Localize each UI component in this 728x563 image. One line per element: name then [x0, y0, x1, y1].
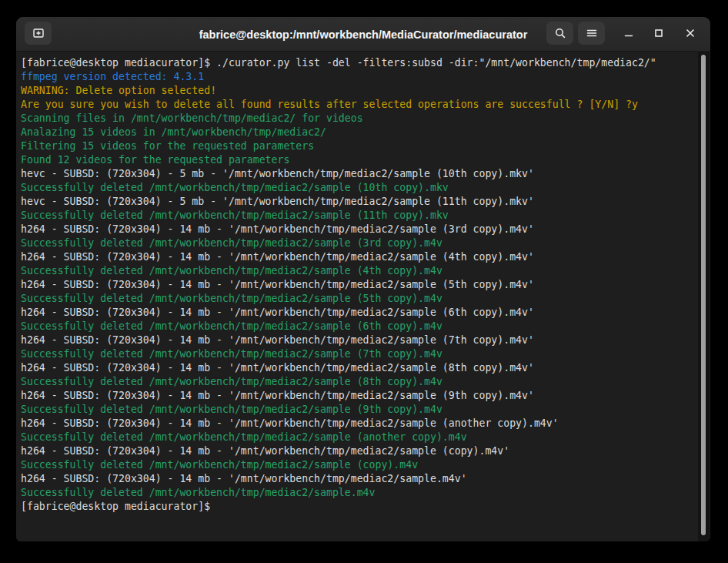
terminal-line: Successfully deleted /mnt/workbench/tmp/… [21, 181, 710, 195]
window-title: fabrice@desktop:/mnt/workbench/MediaCura… [109, 17, 618, 52]
maximize-icon [653, 27, 665, 39]
terminal-line: h264 - SUBSD: (720x304) - 14 mb - '/mnt/… [21, 250, 710, 264]
terminal-line: Successfully deleted /mnt/workbench/tmp/… [21, 236, 710, 250]
terminal-line: Successfully deleted /mnt/workbench/tmp/… [21, 375, 710, 389]
terminal-line: Successfully deleted /mnt/workbench/tmp/… [21, 209, 710, 223]
menu-button[interactable] [578, 22, 605, 45]
terminal-line: h264 - SUBSD: (720x304) - 14 mb - '/mnt/… [21, 472, 710, 486]
terminal-output[interactable]: [fabrice@desktop mediacurator]$ ./curato… [16, 52, 710, 541]
terminal-line: [fabrice@desktop mediacurator]$ ./curato… [21, 56, 710, 70]
terminal-line: Successfully deleted /mnt/workbench/tmp/… [21, 347, 710, 361]
terminal-line: WARNING: Delete option selected! [21, 84, 710, 98]
minimize-button[interactable] [619, 23, 639, 43]
terminal-line: [fabrice@desktop mediacurator]$ [21, 500, 710, 514]
terminal-line: Successfully deleted /mnt/workbench/tmp/… [21, 320, 710, 333]
terminal-line: h264 - SUBSD: (720x304) - 14 mb - '/mnt/… [21, 223, 710, 236]
terminal-line: h264 - SUBSD: (720x304) - 14 mb - '/mnt/… [21, 306, 710, 320]
terminal-line: h264 - SUBSD: (720x304) - 14 mb - '/mnt/… [21, 444, 710, 458]
hamburger-menu-icon [586, 27, 598, 39]
terminal-line: Scanning files in /mnt/workbench/tmp/med… [21, 112, 710, 126]
terminal-line: Successfully deleted /mnt/workbench/tmp/… [21, 458, 710, 472]
terminal-line: hevc - SUBSD: (720x304) - 5 mb - '/mnt/w… [21, 195, 710, 209]
terminal-line: hevc - SUBSD: (720x304) - 5 mb - '/mnt/w… [21, 167, 710, 181]
search-icon [554, 27, 566, 39]
terminal-line: h264 - SUBSD: (720x304) - 14 mb - '/mnt/… [21, 361, 710, 375]
new-tab-button[interactable] [25, 22, 52, 45]
terminal-line: Analazing 15 videos in /mnt/workbench/tm… [21, 126, 710, 139]
scrollbar-thumb[interactable] [701, 55, 706, 535]
terminal-line: h264 - SUBSD: (720x304) - 14 mb - '/mnt/… [21, 389, 710, 403]
close-icon [684, 27, 696, 39]
terminal-line: Successfully deleted /mnt/workbench/tmp/… [21, 431, 710, 444]
titlebar[interactable]: fabrice@desktop:/mnt/workbench/MediaCura… [16, 17, 710, 52]
terminal-line: ffmpeg version detected: 4.3.1 [21, 70, 710, 84]
search-button[interactable] [546, 22, 573, 45]
terminal-line: h264 - SUBSD: (720x304) - 14 mb - '/mnt/… [21, 333, 710, 347]
maximize-button[interactable] [649, 23, 669, 43]
terminal-line: Are you sure you wish to delete all foun… [21, 98, 710, 112]
terminal-line: Successfully deleted /mnt/workbench/tmp/… [21, 486, 710, 500]
terminal-line: Successfully deleted /mnt/workbench/tmp/… [21, 292, 710, 306]
terminal-line: Filtering 15 videos for the requested pa… [21, 139, 710, 153]
terminal-line: Successfully deleted /mnt/workbench/tmp/… [21, 264, 710, 278]
terminal-window: fabrice@desktop:/mnt/workbench/MediaCura… [16, 17, 710, 541]
terminal-line: Found 12 videos for the requested parame… [21, 153, 710, 167]
terminal-line: h264 - SUBSD: (720x304) - 14 mb - '/mnt/… [21, 417, 710, 431]
new-tab-icon [32, 27, 45, 39]
minimize-icon [623, 27, 635, 39]
terminal-line: h264 - SUBSD: (720x304) - 14 mb - '/mnt/… [21, 278, 710, 292]
terminal-line: Successfully deleted /mnt/workbench/tmp/… [21, 403, 710, 417]
close-button[interactable] [680, 23, 700, 43]
